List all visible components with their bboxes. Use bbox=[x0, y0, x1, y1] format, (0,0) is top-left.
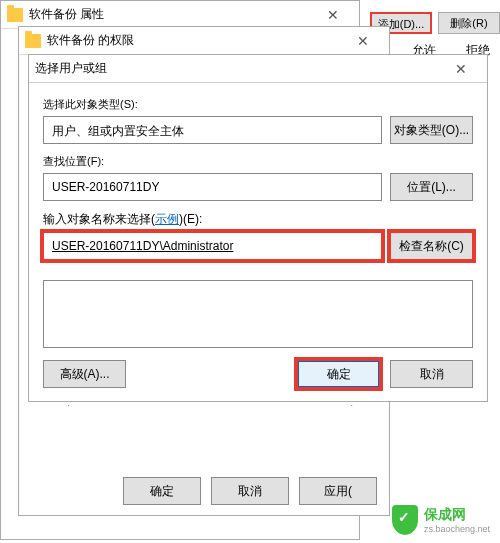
shield-icon bbox=[392, 505, 418, 535]
close-icon[interactable]: ✕ bbox=[343, 33, 383, 49]
location-field: USER-20160711DY bbox=[43, 173, 382, 201]
folder-icon bbox=[25, 34, 41, 48]
watermark: 保成网 zs.baocheng.net bbox=[392, 505, 490, 535]
ok-button[interactable]: 确定 bbox=[123, 477, 201, 505]
titlebar-1: 软件备份 属性 ✕ bbox=[1, 1, 359, 29]
object-type-field: 用户、组或内置安全主体 bbox=[43, 116, 382, 144]
object-type-label: 选择此对象类型(S): bbox=[43, 97, 473, 112]
results-list[interactable] bbox=[43, 280, 473, 348]
cancel-button[interactable]: 取消 bbox=[211, 477, 289, 505]
object-type-button[interactable]: 对象类型(O)... bbox=[390, 116, 473, 144]
watermark-name: 保成网 bbox=[424, 506, 490, 524]
watermark-url: zs.baocheng.net bbox=[424, 524, 490, 534]
apply-button[interactable]: 应用( bbox=[299, 477, 377, 505]
advanced-button[interactable]: 高级(A)... bbox=[43, 360, 126, 388]
location-button[interactable]: 位置(L)... bbox=[390, 173, 473, 201]
titlebar-2: 软件备份 的权限 ✕ bbox=[19, 27, 389, 55]
title-1: 软件备份 属性 bbox=[29, 6, 313, 23]
title-2: 软件备份 的权限 bbox=[47, 32, 343, 49]
title-3: 选择用户或组 bbox=[35, 60, 441, 77]
bottom-button-row: 确定 取消 应用( bbox=[123, 477, 377, 505]
close-icon[interactable]: ✕ bbox=[313, 7, 353, 23]
object-names-input[interactable]: USER-20160711DY\Administrator bbox=[43, 232, 382, 260]
cancel-button[interactable]: 取消 bbox=[390, 360, 473, 388]
check-names-button[interactable]: 检查名称(C) bbox=[390, 232, 473, 260]
location-label: 查找位置(F): bbox=[43, 154, 473, 169]
remove-button[interactable]: 删除(R) bbox=[438, 12, 500, 34]
close-icon[interactable]: ✕ bbox=[441, 61, 481, 77]
object-names-label: 输入对象名称来选择(示例)(E): bbox=[43, 211, 473, 228]
example-link[interactable]: 示例 bbox=[155, 212, 179, 226]
folder-icon bbox=[7, 8, 23, 22]
select-user-dialog: 选择用户或组 ✕ 选择此对象类型(S): 用户、组或内置安全主体 对象类型(O)… bbox=[28, 54, 488, 402]
ok-button[interactable]: 确定 bbox=[297, 360, 380, 388]
titlebar-3: 选择用户或组 ✕ bbox=[29, 55, 487, 83]
